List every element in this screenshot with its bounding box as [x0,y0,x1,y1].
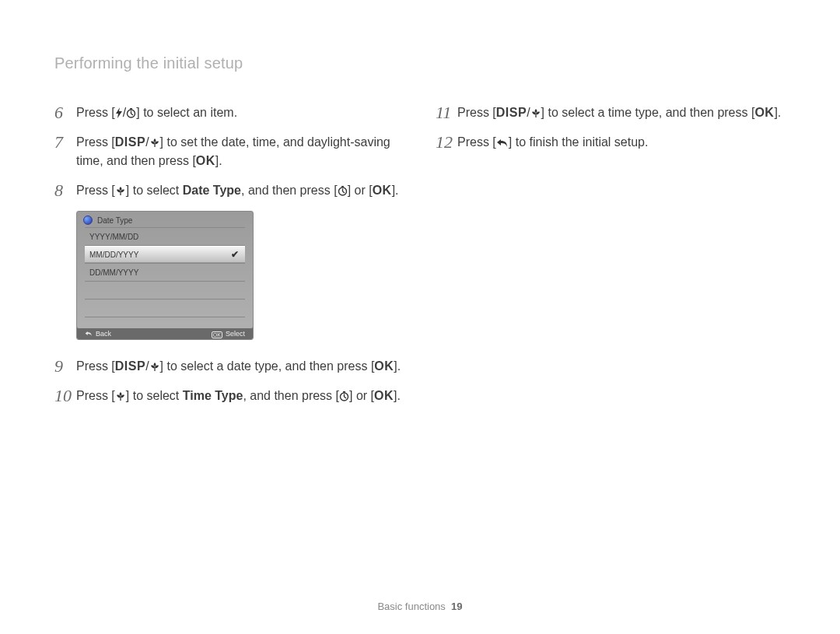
disp-icon: DISP [115,357,145,376]
flash-icon [115,106,123,119]
lcd-option: MM/DD/YYYY✔ [85,246,245,264]
svg-line-2 [131,114,134,115]
step-number: 8 [54,181,76,200]
step-text: Press [DISP/] to select a time type, and… [457,103,781,122]
step-number: 7 [54,133,76,152]
disp-icon: DISP [496,103,527,122]
lcd-option-list: YYYY/MM/DDMM/DD/YYYY✔DD/MM/YYYY [85,227,245,317]
step-text: Press [] to finish the initial setup. [457,133,648,152]
lcd-option: YYYY/MM/DD [85,228,245,246]
lcd-header: Date Type [77,212,253,227]
timer-icon [339,389,349,402]
svg-rect-9 [341,186,344,187]
step-text: Press [/] to select an item. [76,103,237,122]
step: 10Press [] to select Time Type, and then… [54,387,404,405]
lcd-screen: Date TypeYYYY/MM/DDMM/DD/YYYY✔DD/MM/YYYY… [76,211,254,340]
back-icon [85,330,93,338]
step-text: Press [DISP/] to set the date, time, and… [76,133,404,170]
ok-icon: OK [212,330,222,338]
step-number: 11 [436,103,457,122]
step-number: 10 [54,387,76,405]
step: 8Press [] to select Date Type, and then … [54,181,404,200]
step-number: 12 [436,133,457,152]
svg-line-14 [345,397,347,398]
lcd-select-label: Select [226,330,245,338]
lcd-option [85,299,245,317]
step: 11Press [DISP/] to select a time type, a… [436,103,786,122]
step: 9Press [DISP/] to select a date type, an… [54,357,404,376]
step-text: Press [] to select Date Type, and then p… [76,181,399,200]
step: 12Press [] to finish the initial setup. [436,133,786,152]
timer-icon [126,106,136,119]
lcd-title: Date Type [97,216,132,225]
bold-text: Time Type [183,389,243,402]
lcd-header-icon [83,215,93,225]
step-text: Press [DISP/] to select a date type, and… [76,357,401,376]
step: 6Press [/] to select an item. [54,103,404,122]
footer-page-number: 19 [451,601,462,612]
back-icon [496,135,509,149]
lcd-option [85,282,245,299]
lcd-option: DD/MM/YYYY [85,264,245,282]
macro-icon [115,184,126,197]
ok-icon: OK [374,357,394,376]
macro-icon [530,106,541,119]
check-icon: ✔ [231,249,239,260]
footer-section: Basic functions [377,601,445,612]
ok-icon: OK [196,152,215,170]
page-title: Performing the initial setup [54,54,786,72]
macro-icon [149,135,160,149]
step-text: Press [] to select Time Type, and then p… [76,387,401,405]
manual-page: Performing the initial setup 6Press [/] … [0,0,840,634]
content-columns: 6Press [/] to select an item.7Press [DIS… [54,103,786,416]
bold-text: Date Type [183,184,241,197]
svg-line-8 [342,191,345,193]
page-footer: Basic functions 19 [0,601,840,612]
timer-icon [338,184,348,197]
left-column: 6Press [/] to select an item.7Press [DIS… [54,103,404,416]
ok-icon: OK [754,103,774,122]
step: 7Press [DISP/] to set the date, time, an… [54,133,404,170]
lcd-back-label: Back [96,330,111,338]
macro-icon [115,389,126,402]
svg-rect-15 [343,391,345,393]
right-column: 11Press [DISP/] to select a time type, a… [436,103,786,416]
macro-icon [149,359,160,373]
lcd-footer: BackOKSelect [77,328,253,339]
ok-icon: OK [374,387,394,405]
step-number: 6 [54,103,76,122]
ok-icon: OK [373,181,392,200]
step-number: 9 [54,357,76,376]
disp-icon: DISP [115,133,145,152]
svg-rect-3 [130,108,132,110]
